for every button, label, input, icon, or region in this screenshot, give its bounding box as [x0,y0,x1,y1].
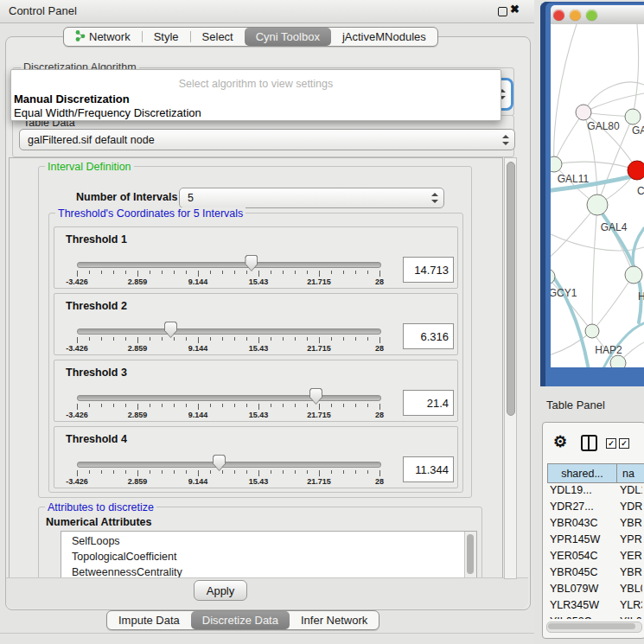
table-row[interactable]: YBR045CYBR0 [544,564,642,581]
slider-thumb[interactable] [309,388,322,405]
table-hscrollbar[interactable] [546,622,642,633]
slider-tick [210,404,211,407]
slider-tick [186,470,187,474]
network-node-gal4[interactable] [587,194,608,215]
slider-tick-label: 21.715 [307,277,331,286]
threshold-value-field[interactable]: 21.4 [403,390,454,416]
slider-tick [101,470,102,474]
slider-tick [355,404,356,407]
slider-tick [222,404,223,407]
network-edge [592,275,634,331]
table-row[interactable]: YLR345WYLR3 [544,597,642,614]
list-scrollbar-thumb[interactable] [467,534,474,574]
tab-network[interactable]: Network [64,28,142,46]
threshold-value-field[interactable]: 11.344 [403,456,454,482]
slider-tick-label: 2.859 [128,344,148,353]
panel-scrollbar[interactable] [504,157,517,579]
table-hscrollbar-thumb[interactable] [548,623,635,629]
list-scrollbar[interactable] [464,532,476,578]
table-row[interactable]: YPR145WYPR1 [544,532,642,548]
network-node-hap2[interactable] [585,324,599,338]
table-row[interactable]: YDL19...YDL1 [544,482,642,499]
slider-tick [283,337,284,341]
threshold-value-field[interactable]: 6.316 [403,323,454,349]
numerical-attributes-list[interactable]: SelfLoopsTopologicalCoefficientBetweenne… [61,531,477,579]
network-node-gal11[interactable] [551,156,562,172]
slider-tick [125,337,126,341]
slider-tick [379,404,380,410]
table-row[interactable]: YIL052CYIL0 [544,614,642,619]
slider-track[interactable] [77,262,381,268]
slider-tick-label: 15.43 [249,477,269,486]
row-name-cell: YIL0 [620,615,642,619]
tab-cyni-toolbox[interactable]: Cyni Toolbox [245,28,331,46]
table-row[interactable]: YDR27...YDR2 [544,499,642,515]
tab-label: jActiveMNodules [342,30,426,43]
slider-tick [137,337,138,343]
network-node-ga[interactable] [625,109,641,124]
row-shared-name-cell: YLR345W [550,599,599,611]
threshold-value-field[interactable]: 14.713 [403,257,454,283]
row-shared-name-cell: YDR27... [550,501,594,513]
row-shared-name-cell: YBR045C [550,566,598,578]
slider-tick [307,271,308,274]
float-window-icon[interactable] [498,7,507,16]
slider-tick [210,470,211,474]
network-node-label: H [638,290,644,303]
slider-tick [367,404,368,407]
column-header-name[interactable]: na [616,463,644,483]
bottom-tab-infer-network[interactable]: Infer Network [290,611,379,629]
network-node[interactable] [610,355,626,367]
network-node-label: C [637,185,644,197]
slider-thumb[interactable] [164,322,177,338]
threshold-label: Threshold 4 [66,433,127,445]
table-data-combobox[interactable]: galFiltered.sif default node [19,129,515,150]
close-traffic-light[interactable] [553,10,564,21]
apply-button[interactable]: Apply [194,580,247,601]
gear-icon[interactable]: ⚙ [553,432,567,451]
bottom-tab-discretize-data[interactable]: Discretize Data [191,611,290,629]
close-icon[interactable]: ✖ [510,3,520,16]
dropdown-option-manual[interactable]: Manual Discretization [14,92,130,105]
tab-select[interactable]: Select [191,28,245,46]
number-of-intervals-combobox[interactable]: 5 [179,188,444,208]
dropdown-option-equal-width[interactable]: Equal Width/Frequency Discretization [14,106,201,119]
slider-track[interactable] [77,462,381,468]
slider-tick [271,404,271,407]
table-row[interactable]: YBL079WYBL0 [544,581,642,597]
node-table-rows: YDL19...YDL1YDR27...YDR2YBR043CYBR0YPR14… [544,482,642,619]
tab-jactivemnodules[interactable]: jActiveMNodules [331,28,437,46]
network-node-h[interactable] [625,266,642,284]
slider-thumb[interactable] [245,255,258,271]
network-edge [554,24,577,164]
column-header-shared-name[interactable]: shared... [547,463,617,483]
slider-track[interactable] [77,328,381,335]
list-item[interactable]: TopologicalCoefficient [72,549,176,564]
table-row[interactable]: YBR043CYBR0 [544,515,642,532]
slider-thumb[interactable] [213,455,226,471]
bottom-tab-label: Impute Data [118,614,180,627]
zoom-traffic-light[interactable] [586,10,597,21]
network-node-gal80[interactable] [576,105,591,120]
checkbox-icon[interactable]: ✓ [606,438,616,449]
slider-tick [174,271,175,274]
panel-scrollbar-thumb[interactable] [507,162,515,416]
slider-tick-label: 9.144 [188,344,208,353]
network-canvas[interactable]: GAL80GACGAL11GAL4GCY1HHAP2 [551,24,644,367]
split-columns-icon[interactable] [581,435,597,451]
list-item[interactable]: SelfLoops [72,533,120,549]
network-node-gcy1[interactable] [551,269,555,284]
slider-tick [89,470,90,474]
slider-tick [150,404,150,407]
slider-track[interactable] [77,395,381,401]
slider-tick [319,470,320,476]
network-node-c[interactable] [628,161,644,180]
slider-tick-label: 2.859 [128,277,148,286]
minimize-traffic-light[interactable] [570,10,581,21]
slider-tick [162,470,163,474]
bottom-tab-impute-data[interactable]: Impute Data [107,611,191,629]
tab-style[interactable]: Style [143,28,190,46]
network-node-label: HAP2 [595,344,622,356]
table-row[interactable]: YER054CYER0 [544,548,642,564]
checkbox-icon[interactable]: ✓ [619,438,629,449]
